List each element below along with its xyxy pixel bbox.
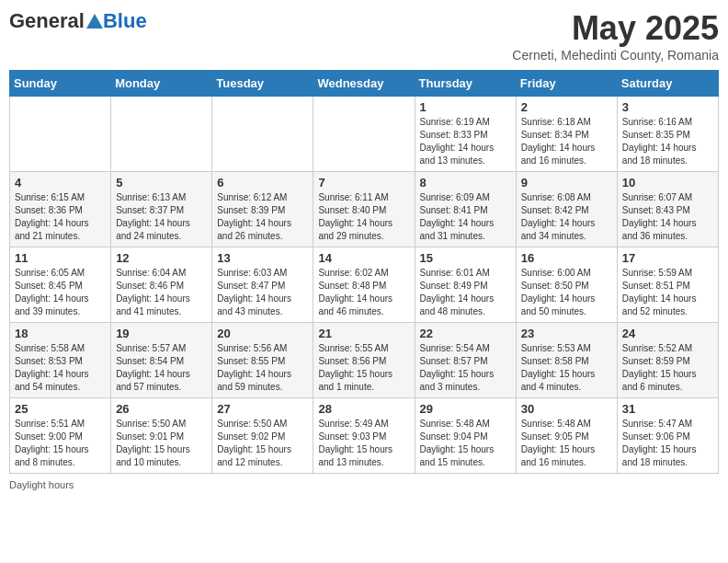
day-number: 29 [420,402,511,416]
calendar-cell: 7Sunrise: 6:11 AM Sunset: 8:40 PM Daylig… [313,172,415,247]
calendar-cell: 10Sunrise: 6:07 AM Sunset: 8:43 PM Dayli… [617,172,718,247]
weekday-header-sunday: Sunday [10,71,111,97]
calendar-cell: 20Sunrise: 5:56 AM Sunset: 8:55 PM Dayli… [212,323,313,398]
calendar-cell: 15Sunrise: 6:01 AM Sunset: 8:49 PM Dayli… [415,247,516,323]
day-info: Sunrise: 6:15 AM Sunset: 8:36 PM Dayligh… [15,191,106,243]
day-number: 12 [116,251,207,265]
calendar-cell: 11Sunrise: 6:05 AM Sunset: 8:45 PM Dayli… [10,247,111,323]
day-info: Sunrise: 6:19 AM Sunset: 8:33 PM Dayligh… [420,116,511,167]
calendar-cell: 23Sunrise: 5:53 AM Sunset: 8:58 PM Dayli… [516,323,617,398]
weekday-header-wednesday: Wednesday [313,71,415,97]
day-info: Sunrise: 5:52 AM Sunset: 8:59 PM Dayligh… [622,342,713,394]
calendar-week-3: 18Sunrise: 5:58 AM Sunset: 8:53 PM Dayli… [10,323,719,398]
calendar-cell: 22Sunrise: 5:54 AM Sunset: 8:57 PM Dayli… [415,323,516,398]
day-info: Sunrise: 6:02 AM Sunset: 8:48 PM Dayligh… [318,267,409,318]
calendar-cell: 1Sunrise: 6:19 AM Sunset: 8:33 PM Daylig… [415,97,516,172]
day-info: Sunrise: 5:57 AM Sunset: 8:54 PM Dayligh… [116,342,207,394]
day-info: Sunrise: 6:04 AM Sunset: 8:46 PM Dayligh… [116,267,207,318]
calendar-cell: 16Sunrise: 6:00 AM Sunset: 8:50 PM Dayli… [516,247,617,323]
day-number: 13 [217,251,308,265]
day-number: 30 [521,402,612,416]
calendar-cell: 4Sunrise: 6:15 AM Sunset: 8:36 PM Daylig… [10,172,111,247]
day-info: Sunrise: 5:47 AM Sunset: 9:06 PM Dayligh… [622,418,713,469]
weekday-header-tuesday: Tuesday [212,71,313,97]
calendar-cell: 26Sunrise: 5:50 AM Sunset: 9:01 PM Dayli… [111,398,212,474]
calendar-cell [10,97,111,172]
day-number: 16 [521,251,612,265]
calendar-cell: 29Sunrise: 5:48 AM Sunset: 9:04 PM Dayli… [415,398,516,474]
location-text: Cerneti, Mehedinti County, Romania [512,48,719,63]
day-number: 17 [622,251,713,265]
calendar-cell: 31Sunrise: 5:47 AM Sunset: 9:06 PM Dayli… [617,398,718,474]
day-number: 26 [116,402,207,416]
day-info: Sunrise: 5:56 AM Sunset: 8:55 PM Dayligh… [217,342,308,394]
weekday-header-monday: Monday [111,71,212,97]
page-header: General Blue May 2025 Cerneti, Mehedinti… [9,9,719,63]
day-info: Sunrise: 5:54 AM Sunset: 8:57 PM Dayligh… [420,342,511,394]
calendar-cell: 25Sunrise: 5:51 AM Sunset: 9:00 PM Dayli… [10,398,111,474]
day-info: Sunrise: 6:07 AM Sunset: 8:43 PM Dayligh… [622,191,713,243]
day-number: 14 [318,251,409,265]
day-info: Sunrise: 6:01 AM Sunset: 8:49 PM Dayligh… [420,267,511,318]
calendar-cell: 9Sunrise: 6:08 AM Sunset: 8:42 PM Daylig… [516,172,617,247]
day-info: Sunrise: 5:50 AM Sunset: 9:01 PM Dayligh… [116,418,207,469]
calendar-cell [111,97,212,172]
day-number: 1 [420,100,511,114]
day-info: Sunrise: 5:49 AM Sunset: 9:03 PM Dayligh… [318,418,409,469]
calendar-cell: 21Sunrise: 5:55 AM Sunset: 8:56 PM Dayli… [313,323,415,398]
title-block: May 2025 Cerneti, Mehedinti County, Roma… [512,9,719,63]
day-number: 22 [420,327,511,340]
day-number: 3 [622,100,713,114]
logo-general-text: General [9,9,85,33]
day-info: Sunrise: 5:55 AM Sunset: 8:56 PM Dayligh… [318,342,409,394]
calendar-cell: 13Sunrise: 6:03 AM Sunset: 8:47 PM Dayli… [212,247,313,323]
weekday-header-saturday: Saturday [617,71,718,97]
day-number: 28 [318,402,409,416]
day-info: Sunrise: 6:00 AM Sunset: 8:50 PM Dayligh… [521,267,612,318]
weekday-header-thursday: Thursday [415,71,516,97]
calendar-cell [313,97,415,172]
calendar-cell: 2Sunrise: 6:18 AM Sunset: 8:34 PM Daylig… [516,97,617,172]
day-info: Sunrise: 6:12 AM Sunset: 8:39 PM Dayligh… [217,191,308,243]
day-number: 15 [420,251,511,265]
calendar-week-4: 25Sunrise: 5:51 AM Sunset: 9:00 PM Dayli… [10,398,719,474]
calendar-cell: 8Sunrise: 6:09 AM Sunset: 8:41 PM Daylig… [415,172,516,247]
day-number: 9 [521,176,612,190]
calendar-week-0: 1Sunrise: 6:19 AM Sunset: 8:33 PM Daylig… [10,97,719,172]
month-title: May 2025 [512,9,719,48]
day-number: 10 [622,176,713,190]
day-number: 21 [318,327,409,340]
day-info: Sunrise: 5:53 AM Sunset: 8:58 PM Dayligh… [521,342,612,394]
day-info: Sunrise: 6:16 AM Sunset: 8:35 PM Dayligh… [622,116,713,167]
logo: General Blue [9,9,147,33]
logo-blue-text: Blue [103,9,147,33]
day-number: 2 [521,100,612,114]
day-info: Sunrise: 6:13 AM Sunset: 8:37 PM Dayligh… [116,191,207,243]
calendar-cell: 27Sunrise: 5:50 AM Sunset: 9:02 PM Dayli… [212,398,313,474]
calendar-cell: 6Sunrise: 6:12 AM Sunset: 8:39 PM Daylig… [212,172,313,247]
day-number: 31 [622,402,713,416]
day-info: Sunrise: 5:58 AM Sunset: 8:53 PM Dayligh… [15,342,106,394]
day-info: Sunrise: 6:05 AM Sunset: 8:45 PM Dayligh… [15,267,106,318]
day-number: 23 [521,327,612,340]
calendar-table: SundayMondayTuesdayWednesdayThursdayFrid… [9,70,719,474]
day-info: Sunrise: 5:59 AM Sunset: 8:51 PM Dayligh… [622,267,713,318]
day-number: 8 [420,176,511,190]
daylight-label: Daylight hours [9,479,74,490]
day-number: 24 [622,327,713,340]
day-number: 19 [116,327,207,340]
day-info: Sunrise: 6:18 AM Sunset: 8:34 PM Dayligh… [521,116,612,167]
calendar-week-1: 4Sunrise: 6:15 AM Sunset: 8:36 PM Daylig… [10,172,719,247]
day-info: Sunrise: 6:03 AM Sunset: 8:47 PM Dayligh… [217,267,308,318]
day-info: Sunrise: 5:51 AM Sunset: 9:00 PM Dayligh… [15,418,106,469]
calendar-week-2: 11Sunrise: 6:05 AM Sunset: 8:45 PM Dayli… [10,247,719,323]
calendar-cell: 3Sunrise: 6:16 AM Sunset: 8:35 PM Daylig… [617,97,718,172]
calendar-cell: 12Sunrise: 6:04 AM Sunset: 8:46 PM Dayli… [111,247,212,323]
calendar-cell [212,97,313,172]
day-number: 11 [15,251,106,265]
calendar-cell: 18Sunrise: 5:58 AM Sunset: 8:53 PM Dayli… [10,323,111,398]
calendar-cell: 30Sunrise: 5:48 AM Sunset: 9:05 PM Dayli… [516,398,617,474]
calendar-cell: 24Sunrise: 5:52 AM Sunset: 8:59 PM Dayli… [617,323,718,398]
day-info: Sunrise: 5:48 AM Sunset: 9:04 PM Dayligh… [420,418,511,469]
weekday-header-friday: Friday [516,71,617,97]
